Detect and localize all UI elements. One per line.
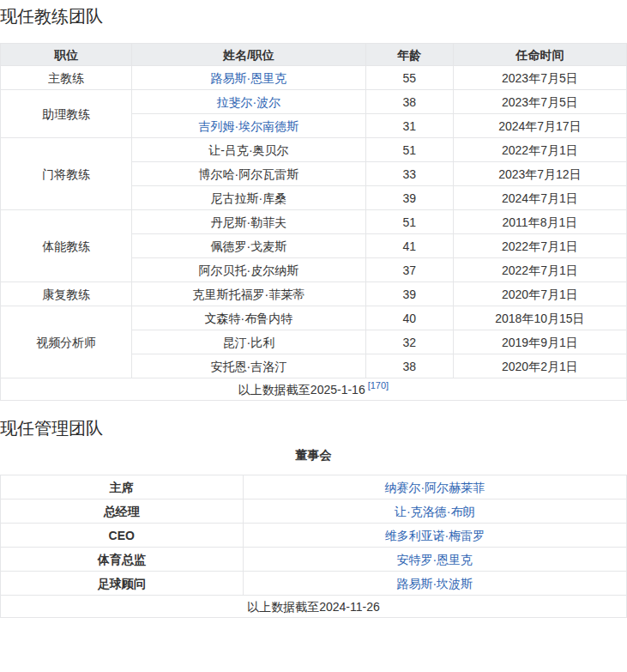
person-link[interactable]: 吉列姆·埃尔南德斯: [199, 119, 299, 133]
name-cell: 丹尼斯·勒菲夫: [132, 210, 365, 234]
position-cell: 主教练: [1, 66, 132, 90]
name-cell: 让·克洛德·布朗: [243, 499, 627, 524]
management-table-body: 主席纳赛尔·阿尔赫莱菲总经理让·克洛德·布朗CEO维多利亚诺·梅雷罗体育总监安特…: [1, 475, 627, 596]
age-cell: 33: [365, 162, 453, 186]
board-caption: 董事会: [0, 438, 627, 475]
name-cell: 吉列姆·埃尔南德斯: [132, 114, 365, 138]
coach-table-footer-cell: 以上数据截至2025-1-16[170]: [1, 378, 627, 401]
date-cell: 2022年7月1日: [453, 258, 626, 282]
role-cell: 总经理: [1, 499, 244, 524]
age-cell: 31: [365, 114, 453, 138]
table-row: 助理教练拉斐尔·波尔382023年7月5日: [1, 90, 627, 114]
date-cell: 2022年7月1日: [453, 138, 626, 162]
person-link[interactable]: 让·克洛德·布朗: [395, 505, 474, 518]
management-table: 董事会 主席纳赛尔·阿尔赫莱菲总经理让·克洛德·布朗CEO维多利亚诺·梅雷罗体育…: [0, 438, 627, 618]
name-cell: 克里斯托福罗·菲莱蒂: [132, 282, 365, 306]
table-row: CEO维多利亚诺·梅雷罗: [1, 524, 627, 548]
table-row: 视频分析师文森特·布鲁内特402018年10月15日: [1, 306, 627, 330]
table-row: 主教练路易斯·恩里克552023年7月5日: [1, 66, 627, 90]
role-cell: 足球顾问: [1, 572, 244, 596]
date-cell: 2020年7月1日: [453, 282, 626, 306]
person-link[interactable]: 路易斯·恩里克: [211, 71, 287, 85]
name-cell: 佩德罗·戈麦斯: [132, 234, 365, 258]
column-header: 职位: [1, 44, 132, 66]
person-name: 尼古拉斯·库桑: [211, 191, 287, 205]
age-cell: 51: [365, 138, 453, 162]
person-link[interactable]: 维多利亚诺·梅雷罗: [384, 529, 485, 542]
coach-table-footer-row: 以上数据截至2025-1-16[170]: [1, 378, 627, 401]
age-cell: 38: [365, 90, 453, 114]
name-cell: 尼古拉斯·库桑: [132, 186, 365, 210]
role-cell: 主席: [1, 475, 244, 499]
position-cell: 助理教练: [1, 90, 132, 138]
date-cell: 2024年7月17日: [453, 114, 626, 138]
table-row: 康复教练克里斯托福罗·菲莱蒂392020年7月1日: [1, 282, 627, 306]
citation-link[interactable]: [170]: [368, 380, 389, 390]
management-table-footer-cell: 以上数据截至2024-11-26: [1, 596, 627, 618]
person-name: 博尔哈·阿尔瓦雷斯: [199, 167, 299, 181]
person-name: 让-吕克·奥贝尔: [208, 143, 288, 157]
age-cell: 32: [365, 330, 453, 354]
table-row: 足球顾问路易斯·坎波斯: [1, 572, 627, 596]
person-name: 佩德罗·戈麦斯: [211, 239, 287, 253]
date-cell: 2018年10月15日: [453, 306, 626, 330]
data-cutoff-text: 以上数据截至2024-11-26: [247, 600, 380, 614]
person-name: 昆汀·比利: [223, 336, 275, 349]
coach-table-body: 主教练路易斯·恩里克552023年7月5日助理教练拉斐尔·波尔382023年7月…: [1, 66, 627, 378]
person-link[interactable]: 路易斯·坎波斯: [396, 577, 473, 590]
column-header: 任命时间: [453, 44, 626, 66]
role-cell: 体育总监: [1, 548, 244, 572]
table-row: 主席纳赛尔·阿尔赫莱菲: [1, 475, 627, 499]
position-cell: 门将教练: [1, 138, 132, 210]
date-cell: 2020年2月1日: [453, 354, 626, 378]
table-row: 体育总监安特罗·恩里克: [1, 548, 627, 572]
role-cell: CEO: [1, 524, 244, 548]
name-cell: 阿尔贝托·皮尔纳斯: [132, 258, 365, 282]
date-cell: 2023年7月12日: [453, 162, 626, 186]
name-cell: 让-吕克·奥贝尔: [132, 138, 365, 162]
name-cell: 路易斯·坎波斯: [243, 572, 627, 596]
person-link[interactable]: 拉斐尔·波尔: [217, 95, 281, 109]
date-cell: 2022年7月1日: [453, 234, 626, 258]
position-cell: 康复教练: [1, 282, 132, 306]
person-name: 克里斯托福罗·菲莱蒂: [193, 288, 305, 301]
person-link[interactable]: 安特罗·恩里克: [396, 553, 473, 566]
name-cell: 安托恩·吉洛汀: [132, 354, 365, 378]
date-cell: 2011年8月1日: [453, 210, 626, 234]
coach-table-header-row: 职位姓名/职位年龄任命时间: [1, 44, 627, 66]
position-cell: 体能教练: [1, 210, 132, 282]
age-cell: 55: [365, 66, 453, 90]
name-cell: 纳赛尔·阿尔赫莱菲: [243, 475, 627, 499]
table-row: 体能教练丹尼斯·勒菲夫512011年8月1日: [1, 210, 627, 234]
person-name: 丹尼斯·勒菲夫: [211, 215, 287, 229]
age-cell: 39: [365, 282, 453, 306]
name-cell: 拉斐尔·波尔: [132, 90, 365, 114]
age-cell: 40: [365, 306, 453, 330]
person-name: 文森特·布鲁内特: [205, 312, 293, 325]
name-cell: 维多利亚诺·梅雷罗: [243, 524, 627, 548]
person-name: 阿尔贝托·皮尔纳斯: [199, 263, 299, 277]
column-header: 年龄: [365, 44, 453, 66]
person-link[interactable]: 纳赛尔·阿尔赫莱菲: [384, 481, 485, 494]
table-row: 总经理让·克洛德·布朗: [1, 499, 627, 524]
date-cell: 2019年9月1日: [453, 330, 626, 354]
data-cutoff-text: 以上数据截至2025-1-16: [238, 383, 365, 397]
management-section-title: 现任管理团队: [0, 419, 627, 438]
date-cell: 2023年7月5日: [453, 66, 626, 90]
age-cell: 41: [365, 234, 453, 258]
coach-section-title: 现任教练团队: [0, 7, 627, 26]
age-cell: 37: [365, 258, 453, 282]
coach-table: 职位姓名/职位年龄任命时间 主教练路易斯·恩里克552023年7月5日助理教练拉…: [0, 43, 627, 401]
name-cell: 昆汀·比利: [132, 330, 365, 354]
table-row: 门将教练让-吕克·奥贝尔512022年7月1日: [1, 138, 627, 162]
name-cell: 博尔哈·阿尔瓦雷斯: [132, 162, 365, 186]
date-cell: 2024年7月1日: [453, 186, 626, 210]
management-table-footer-row: 以上数据截至2024-11-26: [1, 596, 627, 618]
age-cell: 51: [365, 210, 453, 234]
name-cell: 文森特·布鲁内特: [132, 306, 365, 330]
column-header: 姓名/职位: [132, 44, 365, 66]
name-cell: 安特罗·恩里克: [243, 548, 627, 572]
date-cell: 2023年7月5日: [453, 90, 626, 114]
age-cell: 39: [365, 186, 453, 210]
position-cell: 视频分析师: [1, 306, 132, 378]
